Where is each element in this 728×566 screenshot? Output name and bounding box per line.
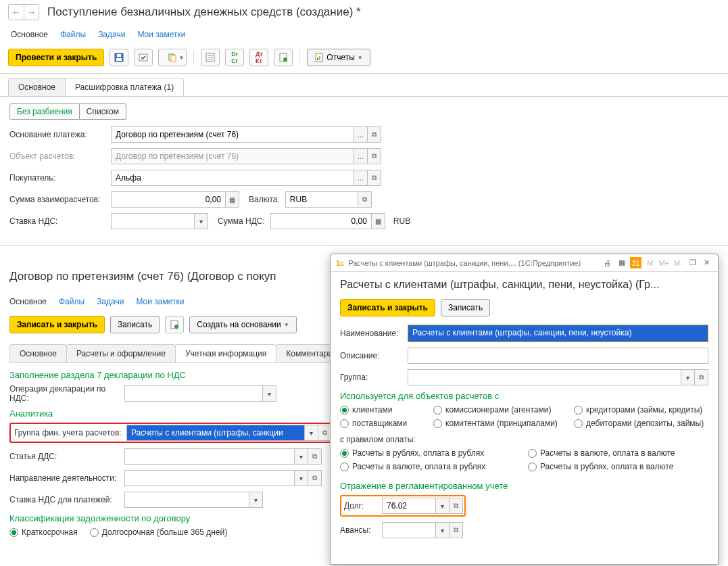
dropdown-button[interactable]: ▾ [295, 448, 308, 465]
nav-files[interactable]: Файлы [59, 297, 84, 306]
vat-pay-input[interactable] [124, 492, 249, 508]
dds-input[interactable] [124, 448, 295, 465]
open-button[interactable]: ⧉ [368, 126, 381, 143]
radio-icon [340, 419, 349, 428]
nav-main[interactable]: Основное [11, 30, 48, 39]
calendar-icon[interactable]: 31 [630, 257, 641, 268]
create-on-basis-button[interactable]: Создать на основании ▼ [189, 316, 296, 333]
post-and-close-button[interactable]: Провести и закрыть [8, 49, 104, 66]
open-button[interactable]: ⧉ [358, 191, 372, 208]
dropdown-button[interactable]: ▾ [305, 425, 318, 441]
dropdown-button[interactable]: ▾ [436, 498, 450, 514]
decl-op-input[interactable] [124, 385, 263, 402]
dropdown-button[interactable]: ▾ [681, 369, 695, 385]
nav-files[interactable]: Файлы [60, 30, 86, 39]
tab-decode[interactable]: Расшифровка платежа (1) [65, 78, 184, 96]
open-button[interactable]: ⧉ [695, 369, 708, 385]
activity-input[interactable] [124, 470, 295, 486]
forward-button[interactable]: → [24, 5, 39, 20]
nav-tasks[interactable]: Задачи [97, 297, 124, 306]
modal-save-close-button[interactable]: Записать и закрыть [340, 299, 435, 316]
select-button[interactable]: … [354, 170, 368, 186]
create-on-basis-button[interactable]: ▼ [158, 49, 187, 66]
radio-val-rub[interactable]: Расчеты в валюте, оплата в рублях [340, 462, 516, 471]
post-icon-button[interactable] [134, 49, 153, 66]
tab-main[interactable]: Основное [8, 78, 66, 96]
tab-content: Без разбиения Списком Основание платежа:… [0, 97, 728, 241]
mode-list[interactable]: Списком [80, 103, 126, 120]
radio-val-val[interactable]: Расчеты в валюте, оплата в валюте [528, 448, 675, 458]
name-input[interactable]: Расчеты с клиентами (штрафы, санкции, пе… [408, 325, 708, 341]
radio-commissioners[interactable]: комиссионерами (агентами) [433, 405, 562, 415]
tab-main[interactable]: Основное [9, 344, 67, 362]
nav-main[interactable]: Основное [9, 297, 47, 306]
modal-toolbar: Записать и закрыть Записать [340, 299, 708, 316]
radio-rub-rub[interactable]: Расчеты в рублях, оплата в рублях [340, 448, 516, 458]
debt-input[interactable] [382, 498, 436, 514]
close-icon[interactable]: ✕ [701, 257, 712, 268]
currency-input[interactable] [285, 191, 358, 208]
drcr-icon-button[interactable]: DrCr [225, 49, 244, 66]
modal-save-button[interactable]: Записать [441, 299, 490, 316]
tab-calc[interactable]: Расчеты и оформление [66, 344, 176, 362]
dropdown-button[interactable]: ▾ [249, 492, 263, 508]
dtkt-icon-button[interactable]: ДтКт [249, 49, 268, 66]
vat-sum-input[interactable] [270, 213, 372, 229]
open-button[interactable]: ⧉ [450, 498, 463, 514]
register-icon-button[interactable] [201, 49, 220, 66]
print-icon[interactable]: 🖨 [602, 257, 613, 268]
nav-tasks[interactable]: Задачи [98, 30, 125, 39]
calc-icon[interactable]: ▦ [616, 257, 627, 268]
sum-input[interactable] [111, 191, 226, 208]
dropdown-button[interactable]: ▾ [295, 470, 308, 486]
nav-notes[interactable]: Мои заметки [136, 297, 184, 306]
open-button[interactable]: ⧉ [308, 448, 322, 465]
nav-notes[interactable]: Мои заметки [137, 30, 185, 39]
radio-icon [340, 406, 349, 415]
select-button[interactable]: … [354, 148, 368, 164]
open-button[interactable]: ⧉ [450, 522, 463, 538]
radio-short-term[interactable]: Краткосрочная [9, 527, 78, 537]
mem-mplus-icon[interactable]: M+ [658, 257, 670, 268]
radio-creditors[interactable]: кредиторами (займы, кредиты) [574, 405, 702, 415]
restore-icon[interactable]: ❐ [687, 257, 698, 268]
back-button[interactable]: ← [9, 5, 24, 20]
reports-button[interactable]: Отчеты ▼ [307, 49, 370, 66]
save-icon-button[interactable] [110, 49, 128, 66]
nav-arrows: ← → [8, 4, 39, 20]
radio-clients[interactable]: клиентами [340, 405, 421, 415]
open-button[interactable]: ⧉ [308, 470, 322, 486]
select-button[interactable]: … [354, 126, 368, 143]
group-label: Группа фин. учета расчетов: [11, 427, 126, 439]
group-input[interactable] [408, 369, 681, 385]
desc-input[interactable] [408, 348, 708, 364]
basis-input[interactable] [111, 126, 354, 143]
radio-committents[interactable]: комитентами (принципалами) [433, 419, 562, 428]
mode-nosplit[interactable]: Без разбиения [9, 103, 80, 120]
calc-button[interactable]: ▦ [372, 213, 385, 229]
attach-icon-button[interactable] [165, 316, 184, 333]
radio-long-term[interactable]: Долгосрочная (больше 365 дней) [90, 527, 227, 537]
buyer-input[interactable] [111, 170, 354, 186]
attach-icon-button[interactable] [274, 49, 293, 66]
tab-accounting[interactable]: Учетная информация [175, 344, 276, 362]
row-buyer: Покупатель: … ⧉ [9, 170, 719, 186]
radio-rub-val[interactable]: Расчеты в рублях, оплата в валюте [528, 462, 673, 471]
advance-input[interactable] [382, 522, 436, 538]
group-input[interactable]: Расчеты с клиентами (штрафы, санкции [126, 425, 305, 441]
dropdown-button[interactable]: ▾ [436, 522, 450, 538]
calc-button[interactable]: ▦ [226, 191, 239, 208]
radio-suppliers[interactable]: поставщиками [340, 419, 421, 428]
save-close-button[interactable]: Записать и закрыть [9, 316, 105, 333]
open-button[interactable]: ⧉ [368, 170, 381, 186]
row-sum: Сумма взаиморасчетов: ▦ Валюта: ⧉ [9, 191, 719, 208]
vat-rate-input[interactable] [111, 213, 195, 229]
radio-debitors[interactable]: дебиторами (депозиты, займы) [574, 419, 704, 428]
open-button[interactable]: ⧉ [368, 148, 381, 164]
mem-mminus-icon[interactable]: M- [673, 257, 684, 268]
save-button[interactable]: Записать [110, 316, 160, 333]
mem-m-icon[interactable]: M [644, 257, 656, 268]
dtkt-icon: ДтКт [256, 51, 263, 64]
dropdown-button[interactable]: ▾ [263, 385, 276, 402]
dropdown-button[interactable]: ▾ [195, 213, 208, 229]
